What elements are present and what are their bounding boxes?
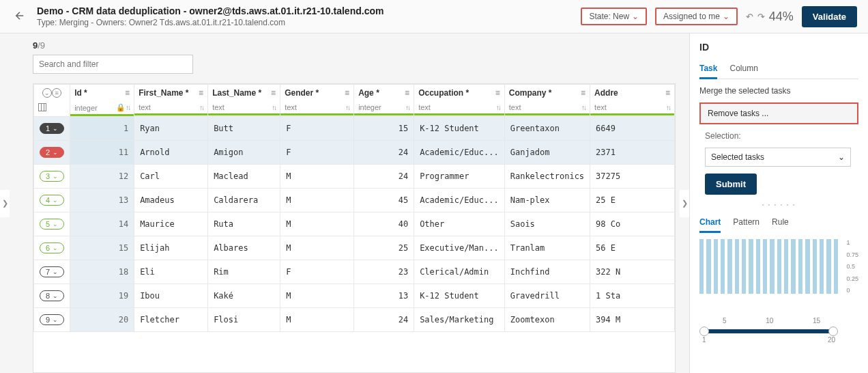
selection-dropdown[interactable]: Selected tasks⌄ — [705, 148, 851, 167]
cell-gender: F — [280, 117, 354, 141]
cell-address: 37275 — [590, 165, 675, 189]
column-header-2[interactable]: First_Name *≡text↑↓ — [134, 85, 208, 117]
select-all-icon[interactable]: ⌄ — [42, 88, 52, 98]
column-header-6[interactable]: Occupation *≡text↑↓ — [414, 85, 505, 117]
group-pill[interactable]: 1 ⌄ — [40, 123, 64, 134]
column-header-7[interactable]: Company *≡text↑↓ — [504, 85, 590, 117]
range-slider[interactable]: 51015 120 — [699, 317, 838, 344]
cell-company: Tranlam — [504, 236, 590, 260]
y-axis-label: 0.25 — [846, 275, 858, 282]
column-header-8[interactable]: Addre≡text↑↓ — [590, 85, 675, 117]
table-row[interactable]: 4 ⌄13AmadeusCaldareraM45Academic/Educ...… — [34, 189, 675, 212]
tab-rule[interactable]: Rule — [772, 215, 789, 232]
chart-bar — [805, 239, 809, 294]
table-row[interactable]: 9 ⌄20FletcherFlosiM24Sales/MarketingZoom… — [34, 308, 675, 332]
column-header-3[interactable]: Last_Name *≡text↑↓ — [208, 85, 280, 117]
cell-age: 24 — [354, 308, 414, 332]
column-menu-icon[interactable]: ≡ — [125, 88, 130, 98]
group-pill[interactable]: 3 ⌄ — [40, 171, 64, 182]
tab-column[interactable]: Column — [729, 61, 757, 79]
table-row[interactable]: 7 ⌄18EliRimF23Clerical/AdminInchfind322 … — [34, 260, 675, 284]
group-pill[interactable]: 6 ⌄ — [40, 243, 64, 253]
cell-last-name: Albares — [208, 236, 280, 260]
sort-icon[interactable]: ↑↓ — [405, 104, 409, 111]
chart-bar — [834, 239, 838, 294]
column-menu-icon[interactable]: ≡ — [52, 88, 61, 98]
page-subtitle: Type: Merging - Owners: Owner2 Tds.aws.a… — [37, 18, 573, 27]
group-pill[interactable]: 8 ⌄ — [40, 290, 64, 301]
group-pill[interactable]: 5 ⌄ — [40, 219, 64, 230]
slider-tick: 10 — [766, 317, 773, 324]
slider-tick: 15 — [813, 317, 820, 324]
column-menu-icon[interactable]: ≡ — [665, 88, 670, 98]
table-row[interactable]: 5 ⌄14MauriceRutaM40OtherSaois98 Co — [34, 212, 675, 236]
expand-left-icon[interactable]: ❯ — [0, 190, 10, 217]
group-pill[interactable]: 7 ⌄ — [40, 266, 64, 277]
column-header-5[interactable]: Age *≡integer↑↓ — [354, 85, 414, 117]
column-menu-icon[interactable]: ≡ — [199, 88, 203, 98]
sort-icon[interactable]: ↑↓ — [199, 104, 203, 111]
group-pill[interactable]: 2 ⌄ — [40, 147, 64, 158]
cell-id: 20 — [70, 308, 134, 332]
cell-company: Zoomtexon — [504, 308, 590, 332]
cell-first-name: Fletcher — [134, 308, 208, 332]
data-table: ⌄≡Id *≡integer🔒↑↓First_Name *≡text↑↓Last… — [33, 83, 676, 373]
back-icon[interactable] — [11, 7, 29, 27]
cell-company: Ganjadom — [504, 141, 590, 165]
grid-icon[interactable] — [38, 103, 46, 111]
table-row[interactable]: 3 ⌄12CarlMacleadM24ProgrammerRankelectro… — [34, 165, 675, 189]
tab-chart[interactable]: Chart — [699, 215, 721, 233]
table-row[interactable]: 1 ⌄1RyanButtF15K-12 StudentGreentaxon664… — [34, 117, 675, 141]
cell-occupation: Executive/Man... — [414, 236, 505, 260]
undo-icon[interactable]: ↶ — [746, 12, 753, 22]
search-input[interactable] — [33, 55, 193, 74]
column-menu-icon[interactable]: ≡ — [405, 88, 409, 98]
drag-handle[interactable]: • • • • • • — [699, 202, 858, 208]
column-menu-icon[interactable]: ≡ — [495, 88, 500, 98]
cell-id: 11 — [70, 141, 134, 165]
chart-bar — [706, 239, 710, 294]
group-pill[interactable]: 4 ⌄ — [40, 195, 64, 206]
column-header-1[interactable]: Id *≡integer🔒↑↓ — [70, 85, 134, 117]
table-row[interactable]: 2 ⌄11ArnoldAmigonF24Academic/Educ...Ganj… — [34, 141, 675, 165]
column-header-4[interactable]: Gender *≡text↑↓ — [280, 85, 354, 117]
selection-label: Selection: — [705, 131, 858, 141]
sort-icon[interactable]: ↑↓ — [126, 104, 130, 111]
page-title: Demo - CRM data deduplication - owner2@t… — [37, 5, 573, 16]
sort-icon[interactable]: ↑↓ — [581, 104, 585, 111]
column-header-0[interactable]: ⌄≡ — [34, 85, 70, 117]
chart-bar — [756, 239, 760, 294]
tab-pattern[interactable]: Pattern — [733, 215, 760, 232]
cell-first-name: Elijah — [134, 236, 208, 260]
column-menu-icon[interactable]: ≡ — [345, 88, 349, 98]
column-menu-icon[interactable]: ≡ — [581, 88, 585, 98]
tab-task[interactable]: Task — [699, 61, 717, 79]
sort-icon[interactable]: ↑↓ — [272, 104, 276, 111]
sort-icon[interactable]: ↑↓ — [345, 104, 349, 111]
chart-bar — [699, 239, 704, 294]
submit-button[interactable]: Submit — [705, 174, 757, 195]
cell-id: 12 — [70, 165, 134, 189]
column-menu-icon[interactable]: ≡ — [271, 88, 276, 98]
table-row[interactable]: 8 ⌄19IbouKakéM13K-12 StudentGravedrill1 … — [34, 284, 675, 308]
expand-right-icon[interactable]: ❯ — [680, 190, 689, 217]
sort-icon[interactable]: ↑↓ — [666, 104, 670, 111]
assigned-dropdown[interactable]: Assigned to me⌄ — [655, 8, 738, 25]
cell-address: 394 M — [590, 308, 675, 332]
group-pill[interactable]: 9 ⌄ — [40, 314, 64, 325]
validate-button[interactable]: Validate — [802, 6, 857, 27]
cell-age: 13 — [354, 284, 414, 308]
cell-last-name: Ruta — [208, 212, 280, 236]
table-row[interactable]: 6 ⌄15ElijahAlbaresM25Executive/Man...Tra… — [34, 236, 675, 260]
cell-id: 1 — [70, 117, 134, 141]
cell-age: 40 — [354, 212, 414, 236]
remove-tasks-button[interactable]: Remove tasks ... — [699, 102, 858, 124]
state-dropdown[interactable]: State: New⌄ — [581, 8, 647, 25]
cell-id: 19 — [70, 284, 134, 308]
chart-bar — [813, 239, 817, 294]
cell-age: 25 — [354, 236, 414, 260]
sort-icon[interactable]: ↑↓ — [496, 104, 500, 111]
redo-icon[interactable]: ↷ — [757, 12, 765, 22]
slider-tick: 5 — [723, 317, 727, 324]
cell-last-name: Flosi — [208, 308, 280, 332]
